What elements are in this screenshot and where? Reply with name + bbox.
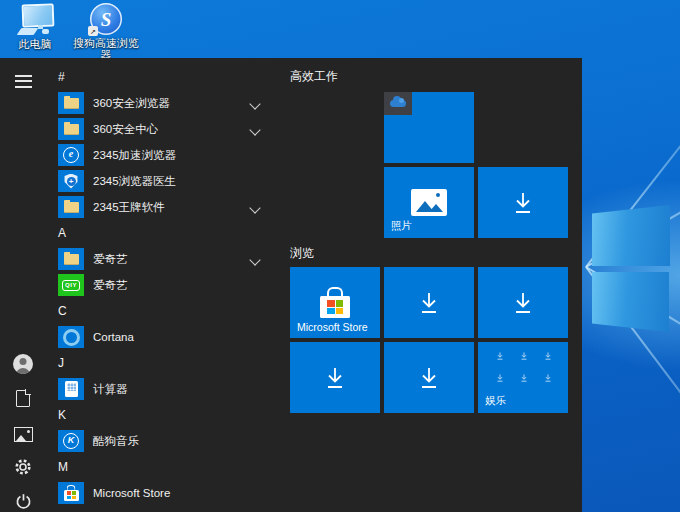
desktop-icon-this-pc[interactable]: 此电脑 — [6, 3, 64, 51]
chevron-down-icon[interactable] — [249, 254, 260, 265]
store-icon — [58, 482, 84, 504]
tile-group-title[interactable]: 浏览 — [290, 245, 314, 262]
folder-icon — [58, 92, 84, 114]
app-list-section-header[interactable]: M — [48, 454, 273, 480]
shield-plus-icon: + — [58, 170, 84, 192]
app-list-item[interactable]: Microsoft Store — [48, 480, 273, 506]
chevron-down-icon[interactable] — [249, 98, 260, 109]
app-list-item[interactable]: Cortana — [48, 324, 273, 350]
tile-downloading-app[interactable] — [478, 167, 568, 238]
folder-icon — [58, 118, 84, 140]
iqiyi-icon: QIY — [58, 274, 84, 296]
desktop-icon-label: 此电脑 — [19, 39, 52, 51]
app-list-item[interactable]: 2345王牌软件 — [48, 194, 273, 220]
this-pc-icon — [15, 3, 55, 36]
app-list-section-header[interactable]: C — [48, 298, 273, 324]
tile-downloading-app[interactable] — [290, 342, 380, 413]
app-list-item[interactable]: 360安全浏览器 — [48, 90, 273, 116]
gear-icon — [14, 458, 32, 476]
tile-downloading-app[interactable] — [384, 342, 474, 413]
photos-icon — [411, 189, 447, 216]
kugou-icon: K — [58, 430, 84, 452]
app-list-item[interactable]: QIY 爱奇艺 — [48, 272, 273, 298]
sogou-browser-icon: S ↗ — [90, 3, 122, 35]
download-arrow-icon — [415, 289, 443, 317]
desktop-icon-sogou-browser[interactable]: S ↗ 搜狗高速浏览器 — [72, 3, 140, 61]
onedrive-cloud-icon — [390, 100, 406, 107]
download-arrow-icon — [415, 364, 443, 392]
tile-onedrive[interactable] — [384, 92, 474, 163]
power-button[interactable] — [0, 486, 46, 512]
app-list-section-header[interactable]: J — [48, 350, 273, 376]
pictures-button[interactable] — [0, 419, 46, 449]
folder-icon — [58, 248, 84, 270]
app-list-section-header[interactable]: A — [48, 220, 273, 246]
tile-microsoft-store[interactable]: Microsoft Store — [290, 267, 380, 338]
windows-logo-pane — [592, 272, 669, 332]
app-list-section-header[interactable]: K — [48, 402, 273, 428]
chevron-down-icon[interactable] — [249, 202, 260, 213]
app-list-item[interactable]: K 酷狗音乐 — [48, 428, 273, 454]
app-list-section-header[interactable]: # — [48, 64, 273, 90]
user-account-button[interactable] — [0, 349, 46, 379]
tile-downloading-app[interactable] — [478, 267, 568, 338]
settings-button[interactable] — [0, 452, 46, 482]
chevron-down-icon[interactable] — [249, 124, 260, 135]
tile-downloading-app[interactable] — [384, 267, 474, 338]
cortana-icon — [58, 326, 84, 348]
download-arrow-icon — [321, 364, 349, 392]
app-list-item[interactable]: 爱奇艺 — [48, 246, 273, 272]
folder-icon — [58, 196, 84, 218]
download-arrow-icons — [488, 351, 560, 383]
user-avatar-icon — [13, 354, 33, 374]
tile-group-title[interactable]: 高效工作 — [290, 68, 338, 85]
app-list: # 360安全浏览器 360安全中心 e 2345加速浏览器 + 2345浏览器… — [48, 64, 273, 506]
start-menu: # 360安全浏览器 360安全中心 e 2345加速浏览器 + 2345浏览器… — [0, 58, 582, 512]
app-list-item[interactable]: + 2345浏览器医生 — [48, 168, 273, 194]
windows-logo-pane — [592, 205, 670, 266]
download-arrow-icon — [509, 289, 537, 317]
tile-photos[interactable]: 照片 — [384, 167, 474, 238]
tile-folder-entertainment[interactable]: 娱乐 — [478, 342, 568, 413]
download-arrow-icon — [509, 189, 537, 217]
hamburger-icon — [15, 75, 32, 88]
pictures-icon — [14, 427, 33, 442]
app-list-item[interactable]: 计算器 — [48, 376, 273, 402]
app-list-item[interactable]: e 2345加速浏览器 — [48, 142, 273, 168]
power-icon — [15, 493, 32, 510]
document-icon — [16, 390, 30, 407]
expand-menu-button[interactable] — [0, 66, 46, 96]
store-bag-icon — [320, 296, 350, 318]
calculator-icon — [58, 378, 84, 400]
shortcut-arrow-icon: ↗ — [88, 26, 98, 36]
documents-button[interactable] — [0, 383, 46, 413]
browser-e-icon: e — [58, 144, 84, 166]
app-list-item[interactable]: 360安全中心 — [48, 116, 273, 142]
